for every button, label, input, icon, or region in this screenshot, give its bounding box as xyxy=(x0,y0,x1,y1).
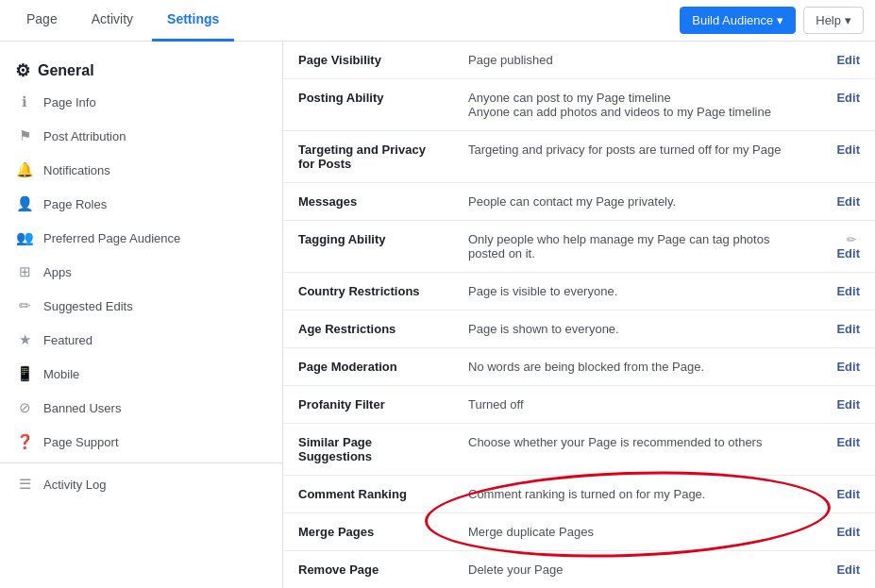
tab-page[interactable]: Page xyxy=(11,0,73,42)
help-button[interactable]: Help ▾ xyxy=(803,7,864,34)
row-value: Merge duplicate Pages xyxy=(453,513,818,551)
row-edit-cell: Edit xyxy=(818,273,875,311)
edit-link[interactable]: Edit xyxy=(836,246,860,260)
row-edit-cell: Edit xyxy=(818,476,875,513)
content-area: Page Visibility Page published Edit Post… xyxy=(283,42,875,588)
edit-link[interactable]: Edit xyxy=(836,563,860,577)
row-value: Targeting and privacy for posts are turn… xyxy=(453,131,818,183)
row-edit-cell: Edit xyxy=(818,311,875,348)
row-value: Page is shown to everyone. xyxy=(453,311,818,348)
row-messages: Messages People can contact my Page priv… xyxy=(283,183,875,221)
row-label: Merge Pages xyxy=(283,513,453,551)
edit-link[interactable]: Edit xyxy=(836,487,860,501)
sidebar: ⚙ General ℹ Page Info ⚑ Post Attribution… xyxy=(0,42,283,588)
edit-link[interactable]: Edit xyxy=(836,53,860,67)
row-similar-page-suggestions: Similar Page Suggestions Choose whether … xyxy=(283,424,875,476)
edit-link[interactable]: Edit xyxy=(836,284,860,298)
row-edit-cell: ✏ Edit xyxy=(818,221,875,273)
edit-link[interactable]: Edit xyxy=(836,435,860,449)
flag-icon: ⚑ xyxy=(15,126,34,145)
row-edit-cell: Edit xyxy=(818,513,875,551)
person-icon: 👤 xyxy=(15,194,34,213)
content-wrapper: Page Visibility Page published Edit Post… xyxy=(283,42,875,588)
info-icon: ℹ xyxy=(15,92,34,111)
sidebar-item-banned-users[interactable]: ⊘ Banned Users xyxy=(0,391,282,425)
row-value: Anyone can post to my Page timeline Anyo… xyxy=(453,79,818,131)
row-page-moderation: Page Moderation No words are being block… xyxy=(283,348,875,386)
build-audience-button[interactable]: Build Audience ▾ xyxy=(680,7,796,34)
row-value: Comment ranking is turned on for my Page… xyxy=(453,476,818,513)
sidebar-general-title: ⚙ General xyxy=(0,49,282,85)
row-label: Comment Ranking xyxy=(283,476,453,513)
star-icon: ★ xyxy=(15,330,34,349)
pencil-icon: ✏ xyxy=(847,233,856,246)
row-age-restrictions: Age Restrictions Page is shown to everyo… xyxy=(283,311,875,348)
sidebar-item-mobile[interactable]: 📱 Mobile xyxy=(0,357,282,391)
row-label: Posting Ability xyxy=(283,79,453,131)
row-edit-cell: Edit xyxy=(818,183,875,221)
row-value: People can contact my Page privately. xyxy=(453,183,818,221)
tab-settings[interactable]: Settings xyxy=(152,0,234,42)
nav-tabs: Page Activity Settings xyxy=(11,0,680,42)
edit-link[interactable]: Edit xyxy=(836,143,860,157)
row-label: Targeting and Privacy for Posts xyxy=(283,131,453,183)
row-value: Turned off xyxy=(453,386,818,424)
row-value: Delete your Page xyxy=(453,551,818,589)
sidebar-item-preferred-page-audience[interactable]: 👥 Preferred Page Audience xyxy=(0,221,282,255)
edit-link[interactable]: Edit xyxy=(836,194,860,209)
row-page-visibility: Page Visibility Page published Edit xyxy=(283,42,875,79)
sidebar-item-featured[interactable]: ★ Featured xyxy=(0,323,282,357)
banned-icon: ⊘ xyxy=(15,398,34,417)
row-profanity-filter: Profanity Filter Turned off Edit xyxy=(283,386,875,424)
row-posting-ability: Posting Ability Anyone can post to my Pa… xyxy=(283,79,875,131)
row-label: Similar Page Suggestions xyxy=(283,424,453,476)
row-label: Remove Page xyxy=(283,551,453,589)
tab-activity[interactable]: Activity xyxy=(76,0,148,42)
row-edit-cell: Edit xyxy=(818,551,875,589)
row-edit-cell: Edit xyxy=(818,424,875,476)
row-targeting-privacy: Targeting and Privacy for Posts Targetin… xyxy=(283,131,875,183)
row-value: Page published xyxy=(453,42,818,79)
row-label: Page Moderation xyxy=(283,348,453,386)
row-country-restrictions: Country Restrictions Page is visible to … xyxy=(283,273,875,311)
list-icon: ☰ xyxy=(15,475,34,494)
edit-link[interactable]: Edit xyxy=(836,91,860,105)
row-label: Country Restrictions xyxy=(283,273,453,311)
edit-link[interactable]: Edit xyxy=(836,322,860,336)
edit-link[interactable]: Edit xyxy=(836,360,860,374)
row-merge-pages: Merge Pages Merge duplicate Pages Edit xyxy=(283,513,875,551)
help-icon: ❓ xyxy=(15,432,34,451)
row-tagging-ability: Tagging Ability Only people who help man… xyxy=(283,221,875,273)
bell-icon: 🔔 xyxy=(15,160,34,179)
row-remove-page: Remove Page Delete your Page Edit xyxy=(283,551,875,589)
gear-icon: ⚙ xyxy=(15,60,30,81)
top-nav-right: Build Audience ▾ Help ▾ xyxy=(680,7,864,34)
row-label: Messages xyxy=(283,183,453,221)
sidebar-item-page-support[interactable]: ❓ Page Support xyxy=(0,425,282,459)
sidebar-item-apps[interactable]: ⊞ Apps xyxy=(0,255,282,289)
row-value: No words are being blocked from the Page… xyxy=(453,348,818,386)
sidebar-divider xyxy=(0,462,282,463)
sidebar-item-notifications[interactable]: 🔔 Notifications xyxy=(0,153,282,187)
row-label: Age Restrictions xyxy=(283,311,453,348)
row-value: Choose whether your Page is recommended … xyxy=(453,424,818,476)
row-edit-cell: Edit xyxy=(818,131,875,183)
people-icon: 👥 xyxy=(15,228,34,247)
sidebar-item-suggested-edits[interactable]: ✏ Suggested Edits xyxy=(0,289,282,323)
row-label: Page Visibility xyxy=(283,42,453,79)
sidebar-item-post-attribution[interactable]: ⚑ Post Attribution xyxy=(0,119,282,153)
chevron-down-icon: ▾ xyxy=(777,13,783,27)
sidebar-item-page-info[interactable]: ℹ Page Info xyxy=(0,85,282,119)
row-comment-ranking: Comment Ranking Comment ranking is turne… xyxy=(283,476,875,513)
chevron-down-icon: ▾ xyxy=(845,13,851,27)
settings-table: Page Visibility Page published Edit Post… xyxy=(283,42,875,588)
row-value: Only people who help manage my Page can … xyxy=(453,221,818,273)
main-layout: ⚙ General ℹ Page Info ⚑ Post Attribution… xyxy=(0,42,875,588)
edit-link[interactable]: Edit xyxy=(836,525,860,539)
sidebar-item-page-roles[interactable]: 👤 Page Roles xyxy=(0,187,282,221)
sidebar-item-activity-log[interactable]: ☰ Activity Log xyxy=(0,467,282,501)
row-label: Profanity Filter xyxy=(283,386,453,424)
edit-icon: ✏ xyxy=(15,296,34,315)
top-nav: Page Activity Settings Build Audience ▾ … xyxy=(0,0,875,42)
edit-link[interactable]: Edit xyxy=(836,397,860,412)
